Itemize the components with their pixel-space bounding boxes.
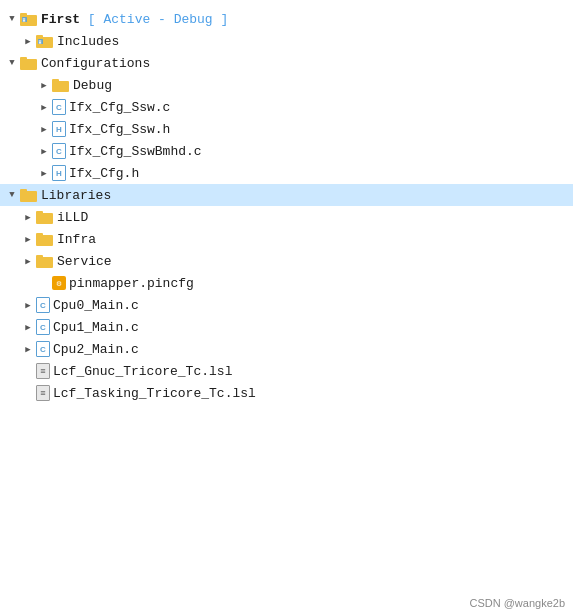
cpu1-arrow[interactable] [20,319,36,335]
project-root[interactable]: H First [ Active - Debug ] [0,8,573,30]
libraries-label: Libraries [41,188,111,203]
ifx-cfg-ssw-c-label: Ifx_Cfg_Ssw.c [69,100,170,115]
includes-label: Includes [57,34,119,49]
svg-rect-15 [36,211,43,215]
service-arrow[interactable] [20,253,36,269]
ifx-cfg-ssw-c-arrow[interactable] [36,99,52,115]
svg-rect-17 [36,233,43,237]
project-folder-icon: H [20,10,38,28]
tree-item-lcf-tasking[interactable]: ▶ Lcf_Tasking_Tricore_Tc.lsl [0,382,573,404]
configurations-label: Configurations [41,56,150,71]
configurations-arrow[interactable] [4,55,20,71]
tree-item-lcf-gnuc[interactable]: ▶ Lcf_Gnuc_Tricore_Tc.lsl [0,360,573,382]
tree-item-debug[interactable]: Debug [0,74,573,96]
ifx-cfg-ssw-h-label: Ifx_Cfg_Ssw.h [69,122,170,137]
cpu0-arrow[interactable] [20,297,36,313]
debug-folder-icon [52,76,70,94]
pincfg-file-icon [52,276,66,290]
illd-label: iLLD [57,210,88,225]
pinmapper-label: pinmapper.pincfg [69,276,194,291]
tree-item-cpu1-main[interactable]: Cpu1_Main.c [0,316,573,338]
includes-folder-icon: H [36,32,54,50]
infra-arrow[interactable] [20,231,36,247]
tree-item-infra[interactable]: Infra [0,228,573,250]
illd-arrow[interactable] [20,209,36,225]
svg-rect-19 [36,255,43,259]
debug-arrow[interactable] [36,77,52,93]
file-tree: H First [ Active - Debug ] H Includes [0,0,573,412]
service-label: Service [57,254,112,269]
infra-label: Infra [57,232,96,247]
cpu2-arrow[interactable] [20,341,36,357]
project-arrow[interactable] [4,11,20,27]
tree-item-ifx-cfg-ssw-c[interactable]: Ifx_Cfg_Ssw.c [0,96,573,118]
configurations-folder-icon [20,54,38,72]
tree-item-cpu2-main[interactable]: Cpu2_Main.c [0,338,573,360]
cpu2-label: Cpu2_Main.c [53,342,139,357]
lsl-file-icon-gnuc [36,363,50,379]
h-file-icon-cfg [52,165,66,181]
lsl-file-icon-tasking [36,385,50,401]
illd-folder-icon [36,208,54,226]
h-file-icon-ssw [52,121,66,137]
infra-folder-icon [36,230,54,248]
cpu1-label: Cpu1_Main.c [53,320,139,335]
svg-rect-9 [20,57,27,61]
svg-text:H: H [23,18,26,24]
tree-item-libraries[interactable]: Libraries [0,184,573,206]
tree-item-ifx-cfg-ssw-h[interactable]: Ifx_Cfg_Ssw.h [0,118,573,140]
debug-label: Debug [73,78,112,93]
svg-rect-11 [52,79,59,83]
tree-item-includes[interactable]: H Includes [0,30,573,52]
libraries-folder-icon [20,186,38,204]
c-file-icon-cpu0 [36,297,50,313]
tree-item-illd[interactable]: iLLD [0,206,573,228]
svg-rect-1 [20,13,27,17]
svg-rect-13 [20,189,27,193]
project-name: First [41,12,80,27]
watermark: CSDN @wangke2b [469,597,565,609]
cpu0-label: Cpu0_Main.c [53,298,139,313]
ifx-cfg-h-label: Ifx_Cfg.h [69,166,139,181]
includes-arrow[interactable] [20,33,36,49]
tree-item-service[interactable]: Service [0,250,573,272]
ifx-cfg-sswbmhd-c-arrow[interactable] [36,143,52,159]
lcf-gnuc-label: Lcf_Gnuc_Tricore_Tc.lsl [53,364,232,379]
c-file-icon-sswbmhd [52,143,66,159]
lcf-tasking-label: Lcf_Tasking_Tricore_Tc.lsl [53,386,256,401]
ifx-cfg-sswbmhd-c-label: Ifx_Cfg_SswBmhd.c [69,144,202,159]
c-file-icon-cpu1 [36,319,50,335]
svg-text:H: H [39,40,42,46]
libraries-arrow[interactable] [4,187,20,203]
svg-rect-5 [36,35,43,39]
tree-item-configurations[interactable]: Configurations [0,52,573,74]
project-active-tag: [ Active - Debug ] [80,12,228,27]
tree-item-ifx-cfg-h[interactable]: Ifx_Cfg.h [0,162,573,184]
tree-item-cpu0-main[interactable]: Cpu0_Main.c [0,294,573,316]
tree-item-pinmapper[interactable]: ▶ pinmapper.pincfg [0,272,573,294]
c-file-icon-ssw [52,99,66,115]
c-file-icon-cpu2 [36,341,50,357]
tree-item-ifx-cfg-sswbmhd-c[interactable]: Ifx_Cfg_SswBmhd.c [0,140,573,162]
ifx-cfg-h-arrow[interactable] [36,165,52,181]
service-folder-icon [36,252,54,270]
ifx-cfg-ssw-h-arrow[interactable] [36,121,52,137]
